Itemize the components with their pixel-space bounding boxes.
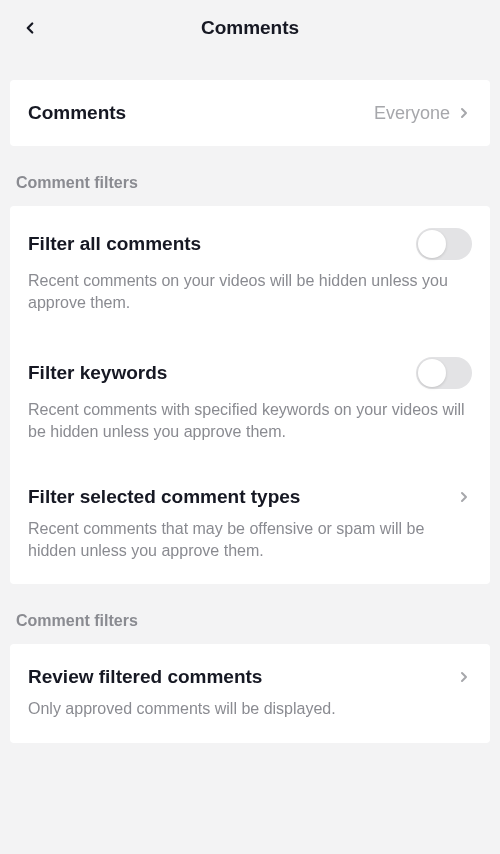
chevron-right-icon	[456, 669, 472, 685]
review-filtered-comments-label: Review filtered comments	[28, 666, 262, 688]
back-button[interactable]	[16, 14, 44, 42]
chevron-right-icon	[456, 105, 472, 121]
filter-keywords-desc: Recent comments with specified keywords …	[28, 399, 472, 444]
filters-section-1: Filter all comments Recent comments on y…	[10, 206, 490, 584]
comments-value: Everyone	[374, 103, 472, 124]
toggle-knob	[418, 230, 446, 258]
filter-all-comments-toggle[interactable]	[416, 228, 472, 260]
header: Comments	[0, 0, 500, 56]
row-top: Filter keywords	[28, 357, 472, 389]
comments-section: Comments Everyone	[10, 80, 490, 146]
filter-selected-types-desc: Recent comments that may be offensive or…	[28, 518, 472, 563]
toggle-knob	[418, 359, 446, 387]
row-top: Filter selected comment types	[28, 486, 472, 508]
comments-permission-row[interactable]: Comments Everyone	[10, 80, 490, 146]
filter-keywords-label: Filter keywords	[28, 362, 167, 384]
filter-keywords-row: Filter keywords Recent comments with spe…	[10, 337, 490, 466]
chevron-left-icon	[21, 19, 39, 37]
filter-keywords-toggle[interactable]	[416, 357, 472, 389]
filter-selected-types-row[interactable]: Filter selected comment types Recent com…	[10, 466, 490, 585]
comments-value-text: Everyone	[374, 103, 450, 124]
section-title-filters-1: Comment filters	[0, 174, 500, 192]
filter-all-comments-label: Filter all comments	[28, 233, 201, 255]
filter-all-comments-desc: Recent comments on your videos will be h…	[28, 270, 472, 315]
filter-selected-types-label: Filter selected comment types	[28, 486, 300, 508]
review-filtered-comments-row[interactable]: Review filtered comments Only approved c…	[10, 644, 490, 742]
page-title: Comments	[201, 17, 299, 39]
row-top: Filter all comments	[28, 228, 472, 260]
filter-all-comments-row: Filter all comments Recent comments on y…	[10, 206, 490, 337]
review-filtered-comments-desc: Only approved comments will be displayed…	[28, 698, 472, 720]
row-top: Review filtered comments	[28, 666, 472, 688]
row-top: Comments Everyone	[28, 102, 472, 124]
chevron-right-icon	[456, 489, 472, 505]
comments-label: Comments	[28, 102, 126, 124]
filters-section-2: Review filtered comments Only approved c…	[10, 644, 490, 742]
section-title-filters-2: Comment filters	[0, 612, 500, 630]
